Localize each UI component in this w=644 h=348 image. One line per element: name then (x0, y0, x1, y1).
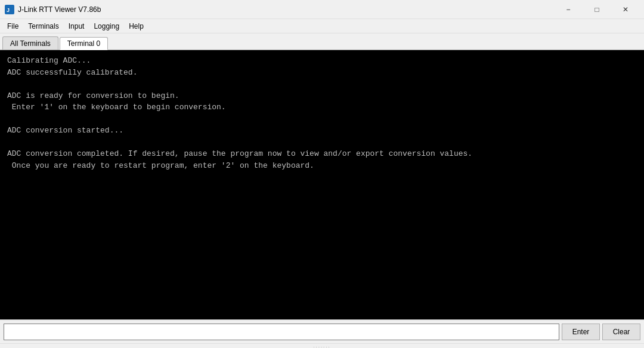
window-controls: − □ ✕ (555, 2, 639, 17)
command-input[interactable] (4, 324, 559, 340)
menu-input[interactable]: Input (64, 20, 89, 33)
app-icon: J (5, 5, 14, 14)
close-button[interactable]: ✕ (612, 2, 639, 17)
window-title: J-Link RTT Viewer V7.86b (18, 5, 555, 14)
terminal-line: Once you are ready to restart program, e… (7, 160, 637, 172)
terminal-line: Enter '1' on the keyboard to begin conve… (7, 101, 637, 113)
tab-terminal-0[interactable]: Terminal 0 (60, 37, 108, 50)
menu-logging[interactable]: Logging (89, 20, 124, 33)
title-bar: J J-Link RTT Viewer V7.86b − □ ✕ (0, 0, 644, 19)
terminal-line: ADC conversion started... (7, 125, 637, 137)
maximize-button[interactable]: □ (583, 2, 611, 17)
terminal-line: ADC conversion completed. If desired, pa… (7, 148, 637, 160)
terminal-line: Calibrating ADC... (7, 55, 637, 67)
bottom-bar: Enter Clear (0, 319, 644, 343)
terminal-blank-line (7, 137, 637, 149)
tab-bar: All Terminals Terminal 0 (0, 33, 644, 50)
resize-dots-icon: ....... (313, 343, 331, 348)
terminal-line: ADC is ready for conversion to begin. (7, 90, 637, 102)
menu-help[interactable]: Help (124, 20, 148, 33)
enter-button[interactable]: Enter (562, 324, 600, 340)
terminal-output: Calibrating ADC...ADC successfully calib… (0, 50, 644, 319)
resize-handle[interactable]: ....... (0, 343, 644, 348)
terminal-line: ADC successfully calibrated. (7, 67, 637, 79)
terminal-blank-line (7, 78, 637, 90)
tab-all-terminals[interactable]: All Terminals (2, 36, 58, 50)
menu-bar: File Terminals Input Logging Help (0, 19, 644, 33)
clear-button[interactable]: Clear (602, 324, 640, 340)
minimize-button[interactable]: − (555, 2, 582, 17)
menu-file[interactable]: File (2, 20, 23, 33)
menu-terminals[interactable]: Terminals (23, 20, 63, 33)
svg-text:J: J (7, 7, 10, 13)
terminal-blank-line (7, 113, 637, 125)
